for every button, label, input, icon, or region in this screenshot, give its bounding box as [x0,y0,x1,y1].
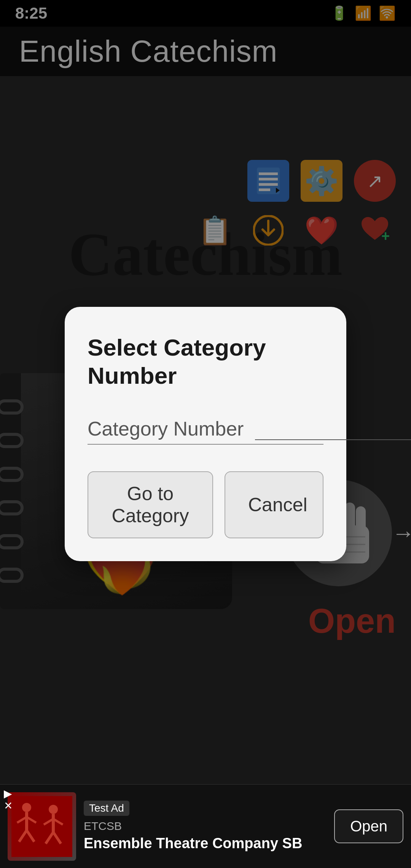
go-to-category-button[interactable]: Go to Category [88,471,213,538]
cancel-button[interactable]: Cancel [225,471,323,538]
ad-open-button[interactable]: Open [334,809,403,843]
ad-close-area[interactable]: ▶ ✕ [4,788,13,811]
dialog-title: Select Category Number [88,333,323,390]
dialog-input-row: Category Number [88,413,323,445]
svg-point-26 [49,805,58,814]
svg-point-20 [22,803,31,812]
ad-banner: ▶ ✕ Test Ad ETCSB [0,784,411,868]
ad-close-icon: ✕ [4,801,13,811]
ad-open-label: Open [350,818,387,834]
dialog-overlay: Select Category Number Category Number G… [0,0,411,868]
category-number-label: Category Number [88,417,244,440]
ad-info: Test Ad ETCSB Ensemble Theatre Company S… [76,795,334,858]
ad-source: ETCSB [84,820,327,833]
select-category-dialog: Select Category Number Category Number G… [65,307,346,562]
ad-title: Ensemble Theatre Company SB [84,835,327,852]
ad-expand-icon: ▶ [4,788,13,799]
svg-rect-19 [11,796,72,857]
dialog-buttons: Go to Category Cancel [88,471,323,538]
test-ad-label: Test Ad [84,801,129,816]
ad-thumbnail [8,792,76,861]
category-number-input[interactable] [255,413,411,440]
ad-image [8,792,76,861]
